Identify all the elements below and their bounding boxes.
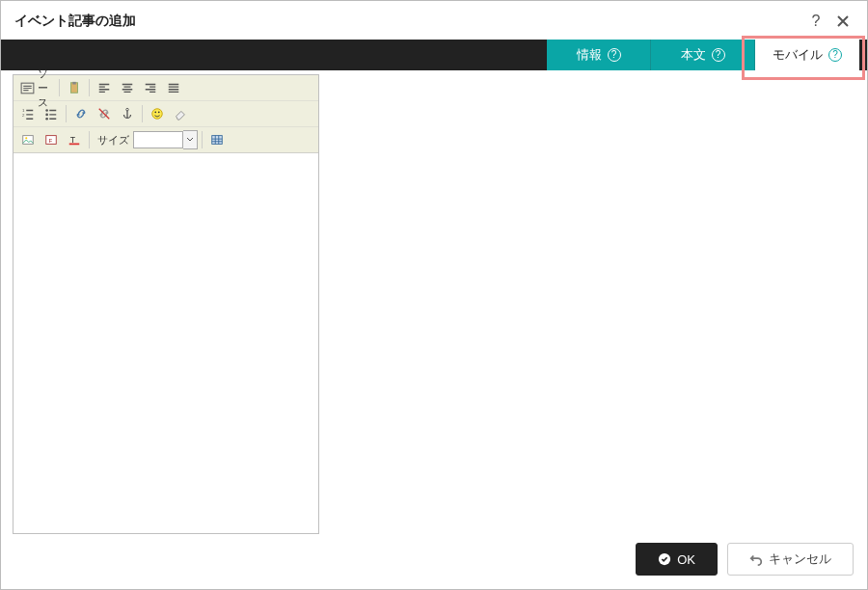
toolbar-row-3: F T サイズ — [14, 126, 318, 152]
help-button[interactable]: ? — [805, 11, 827, 32]
align-left-button[interactable] — [94, 77, 115, 98]
unordered-list-icon — [44, 107, 58, 121]
tab-mobile-label: モバイル — [773, 46, 823, 64]
font-size-field — [133, 130, 198, 149]
dialog-footer: OK キャンセル — [1, 533, 867, 589]
rich-text-editor: ソース — [13, 74, 319, 534]
toolbar-row-1: ソース — [14, 75, 318, 100]
anchor-button[interactable] — [117, 103, 138, 124]
help-icon: ? — [712, 48, 725, 62]
undo-icon — [749, 552, 763, 566]
anchor-icon — [121, 107, 134, 121]
dialog-header: イベント記事の追加 ? — [1, 1, 867, 40]
tab-bar: 情報 ? 本文 ? モバイル ? — [1, 40, 867, 70]
ok-button[interactable]: OK — [636, 543, 718, 576]
toolbar-separator — [89, 79, 90, 96]
unlink-icon — [97, 107, 111, 121]
editor-toolbar: ソース — [14, 75, 318, 153]
align-justify-button[interactable] — [163, 77, 184, 98]
toolbar-separator — [66, 105, 67, 122]
dialog-add-event-article: イベント記事の追加 ? 情報 ? 本文 ? モバイル ? — [0, 0, 868, 590]
text-color-icon: T — [68, 133, 81, 147]
toolbar-row-2: 12 — [14, 100, 318, 126]
image-icon — [21, 133, 35, 147]
align-right-button[interactable] — [140, 77, 161, 98]
align-justify-icon — [167, 81, 180, 94]
help-icon: ? — [812, 13, 821, 30]
svg-text:F: F — [48, 137, 52, 144]
toolbar-separator — [89, 131, 90, 148]
clipboard-icon — [68, 81, 81, 94]
image-button[interactable] — [17, 129, 39, 150]
toolbar-separator — [202, 131, 203, 148]
font-size-dropdown[interactable] — [183, 130, 198, 149]
cancel-button[interactable]: キャンセル — [727, 543, 854, 576]
tab-mobile[interactable]: モバイル ? — [755, 40, 859, 70]
toolbar-separator — [59, 79, 60, 96]
svg-rect-17 — [69, 144, 80, 146]
close-button[interactable] — [832, 11, 854, 32]
chevron-down-icon — [186, 136, 194, 144]
tab-body[interactable]: 本文 ? — [651, 40, 755, 70]
dialog-body: ソース — [1, 70, 867, 533]
ordered-list-button[interactable]: 12 — [17, 103, 39, 124]
svg-point-6 — [45, 114, 48, 117]
svg-point-9 — [152, 109, 163, 120]
svg-rect-18 — [212, 136, 223, 145]
svg-point-13 — [25, 137, 27, 139]
svg-point-5 — [45, 109, 48, 112]
cancel-label: キャンセル — [769, 550, 831, 568]
text-color-button[interactable]: T — [64, 129, 85, 150]
flash-button[interactable]: F — [41, 129, 62, 150]
source-icon — [19, 80, 36, 96]
smiley-icon — [150, 107, 164, 121]
editor-canvas[interactable] — [14, 153, 318, 533]
dialog-title: イベント記事の追加 — [14, 13, 800, 30]
svg-point-7 — [45, 118, 48, 121]
svg-text:T: T — [70, 135, 76, 145]
unordered-list-button[interactable] — [41, 103, 62, 124]
font-size-label: サイズ — [97, 133, 129, 148]
align-center-icon — [121, 81, 134, 94]
svg-point-11 — [158, 111, 160, 113]
emoji-button[interactable] — [147, 103, 168, 124]
help-icon: ? — [828, 48, 842, 62]
unlink-button[interactable] — [94, 103, 115, 124]
svg-rect-12 — [23, 136, 34, 145]
source-button[interactable]: ソース — [17, 78, 55, 97]
svg-text:2: 2 — [22, 113, 25, 118]
tab-info[interactable]: 情報 ? — [547, 40, 651, 70]
link-icon — [74, 107, 88, 121]
flash-icon: F — [44, 133, 58, 147]
align-center-button[interactable] — [117, 77, 138, 98]
tab-info-label: 情報 — [577, 46, 602, 64]
font-size-input[interactable] — [133, 131, 183, 148]
help-icon: ? — [608, 48, 621, 62]
align-left-icon — [97, 81, 111, 94]
table-icon — [210, 133, 224, 147]
toolbar-separator — [142, 105, 143, 122]
paste-button[interactable] — [64, 77, 85, 98]
eraser-icon — [174, 107, 187, 121]
table-button[interactable] — [206, 129, 228, 150]
ordered-list-icon: 12 — [21, 107, 35, 121]
eraser-button[interactable] — [170, 103, 191, 124]
svg-point-10 — [154, 111, 156, 113]
tab-body-label: 本文 — [681, 46, 706, 64]
link-button[interactable] — [70, 103, 92, 124]
ok-label: OK — [677, 552, 695, 567]
close-icon — [835, 13, 851, 29]
align-right-icon — [144, 81, 157, 94]
check-circle-icon — [658, 552, 671, 566]
svg-rect-2 — [72, 82, 76, 85]
